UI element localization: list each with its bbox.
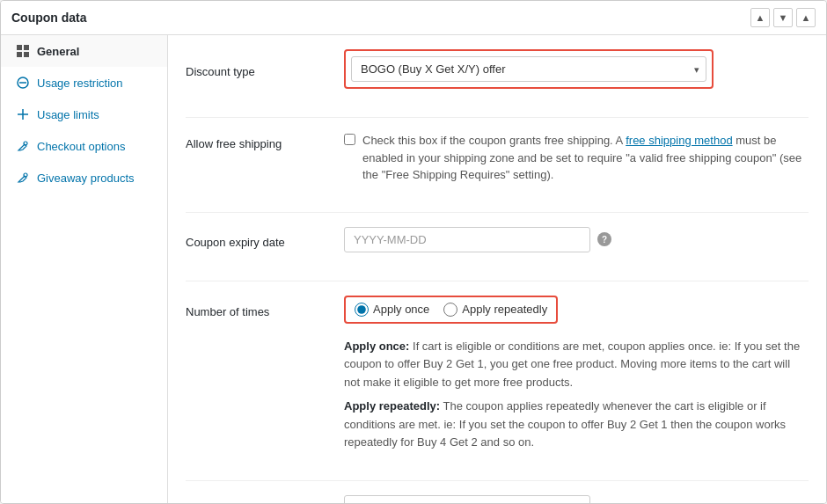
number-of-times-highlighted: Apply once Apply repeatedly bbox=[344, 296, 558, 324]
expand-button[interactable]: ▼ bbox=[773, 8, 793, 27]
discount-type-select[interactable]: Percentage discount Fixed cart discount … bbox=[351, 56, 706, 82]
plus-icon bbox=[16, 107, 30, 121]
svg-rect-0 bbox=[17, 45, 22, 50]
number-of-times-field: Apply once Apply repeatedly bbox=[344, 296, 558, 324]
free-shipping-help-text: Check this box if the coupon grants free… bbox=[362, 132, 809, 184]
number-of-times-radio-group: Apply once Apply repeatedly bbox=[355, 303, 547, 317]
wrench-icon-giveaway bbox=[16, 171, 30, 185]
number-of-times-description: Apply once: If cart is eligible or condi… bbox=[344, 331, 809, 453]
expiry-date-help-icon[interactable]: ? bbox=[597, 232, 611, 246]
collapse-button[interactable]: ▲ bbox=[750, 8, 770, 27]
discount-type-highlighted: Percentage discount Fixed cart discount … bbox=[344, 49, 714, 89]
apply-repeatedly-label[interactable]: Apply repeatedly bbox=[443, 303, 547, 317]
sidebar-item-giveaway-products[interactable]: Giveaway products bbox=[1, 162, 167, 194]
main-content: Discount type Percentage discount Fixed … bbox=[168, 35, 826, 503]
sidebar-item-checkout-options-label: Checkout options bbox=[37, 140, 125, 153]
sidebar-item-usage-limits[interactable]: Usage limits bbox=[1, 99, 167, 130]
discount-type-field: Percentage discount Fixed cart discount … bbox=[344, 49, 809, 89]
apply-once-desc: Apply once: If cart is eligible or condi… bbox=[344, 338, 809, 392]
maximize-button[interactable]: ▲ bbox=[796, 8, 816, 27]
wrench-icon-checkout bbox=[16, 139, 30, 153]
expiry-date-row: Coupon expiry date ? bbox=[186, 227, 809, 267]
apply-once-label[interactable]: Apply once bbox=[355, 303, 429, 317]
free-shipping-checkbox-row: Check this box if the coupon grants free… bbox=[344, 132, 809, 184]
discount-type-select-wrapper: Percentage discount Fixed cart discount … bbox=[351, 56, 706, 82]
number-of-times-row: Number of times Apply once bbox=[186, 296, 809, 467]
sidebar-item-usage-limits-label: Usage limits bbox=[37, 108, 99, 121]
window-title: Coupon data bbox=[11, 11, 87, 25]
grid-icon bbox=[16, 44, 30, 58]
start-date-row: Coupon start date bbox=[186, 495, 809, 503]
title-bar: Coupon data ▲ ▼ ▲ bbox=[1, 1, 826, 35]
expiry-date-field: ? bbox=[344, 227, 809, 252]
sidebar-item-giveaway-products-label: Giveaway products bbox=[37, 172, 135, 185]
svg-rect-3 bbox=[24, 52, 29, 57]
number-of-times-label: Number of times bbox=[186, 300, 344, 318]
circle-minus-icon bbox=[16, 76, 30, 90]
expiry-date-label: Coupon expiry date bbox=[186, 230, 344, 249]
expiry-date-input[interactable] bbox=[344, 227, 590, 252]
apply-repeatedly-radio[interactable] bbox=[443, 303, 457, 317]
sidebar-item-general[interactable]: General bbox=[1, 35, 167, 67]
discount-type-label: Discount type bbox=[186, 60, 344, 78]
sidebar: General Usage restriction bbox=[1, 35, 168, 503]
free-shipping-row: Allow free shipping Check this box if th… bbox=[186, 132, 809, 198]
free-shipping-label: Allow free shipping bbox=[186, 132, 344, 150]
sidebar-item-usage-restriction[interactable]: Usage restriction bbox=[1, 67, 167, 99]
apply-repeatedly-desc: Apply repeatedly: The coupon applies rep… bbox=[344, 398, 809, 452]
coupon-data-window: Coupon data ▲ ▼ ▲ General bbox=[0, 0, 827, 504]
sidebar-item-checkout-options[interactable]: Checkout options bbox=[1, 130, 167, 162]
start-date-input[interactable] bbox=[344, 495, 590, 503]
svg-rect-2 bbox=[17, 52, 22, 57]
svg-rect-1 bbox=[24, 45, 29, 50]
free-shipping-link[interactable]: free shipping method bbox=[626, 134, 732, 147]
sidebar-item-usage-restriction-label: Usage restriction bbox=[37, 77, 123, 90]
content-area: General Usage restriction bbox=[1, 35, 826, 503]
free-shipping-field: Check this box if the coupon grants free… bbox=[344, 132, 809, 184]
start-date-field bbox=[344, 495, 809, 503]
apply-once-radio[interactable] bbox=[355, 303, 369, 317]
discount-type-row: Discount type Percentage discount Fixed … bbox=[186, 49, 809, 103]
start-date-label: Coupon start date bbox=[186, 499, 344, 503]
free-shipping-checkbox[interactable] bbox=[344, 134, 355, 145]
sidebar-item-general-label: General bbox=[37, 45, 79, 58]
window-controls: ▲ ▼ ▲ bbox=[750, 8, 816, 27]
